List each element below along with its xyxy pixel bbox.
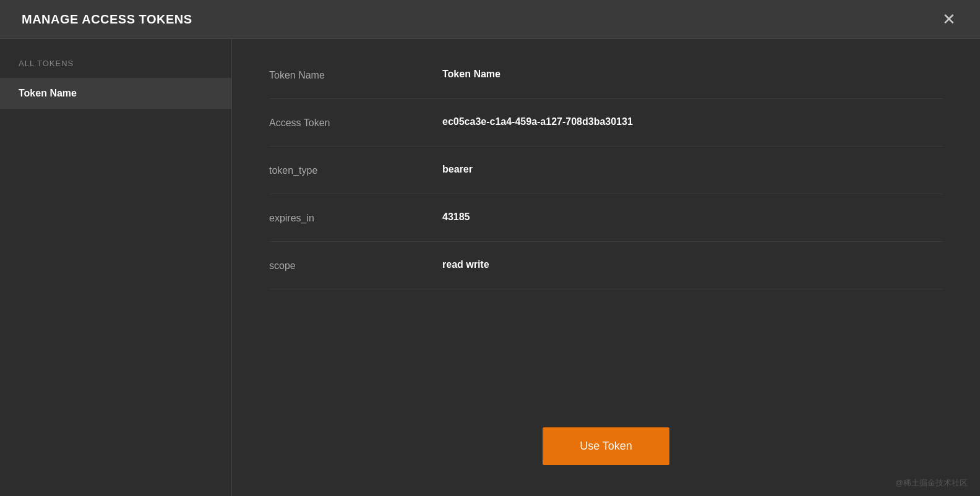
modal-body: ALL TOKENS Token Name Token NameToken Na… (0, 39, 980, 496)
watermark: @稀土掘金技术社区 (895, 477, 968, 489)
detail-value: bearer (442, 164, 473, 175)
detail-value: 43185 (442, 212, 470, 223)
detail-row: expires_in43185 (269, 194, 943, 242)
use-token-area: Use Token (269, 409, 943, 465)
sidebar: ALL TOKENS Token Name (0, 39, 232, 496)
detail-row: Token NameToken Name (269, 51, 943, 99)
detail-row: scoperead write (269, 242, 943, 289)
modal-title: MANAGE ACCESS TOKENS (22, 12, 192, 27)
detail-label: token_type (269, 164, 442, 176)
modal: MANAGE ACCESS TOKENS ✕ ALL TOKENS Token … (0, 0, 980, 496)
sidebar-item-token-name[interactable]: Token Name (0, 78, 231, 109)
detail-value: read write (442, 259, 489, 270)
detail-label: Token Name (269, 69, 442, 81)
detail-label: scope (269, 259, 442, 272)
sidebar-section-label: ALL TOKENS (0, 45, 231, 78)
detail-value: Token Name (442, 69, 501, 80)
modal-header: MANAGE ACCESS TOKENS ✕ (0, 0, 980, 39)
use-token-button[interactable]: Use Token (543, 427, 669, 465)
detail-row: Access Tokenec05ca3e-c1a4-459a-a127-708d… (269, 99, 943, 147)
token-details: Token NameToken NameAccess Tokenec05ca3e… (269, 39, 943, 409)
content-area: Token NameToken NameAccess Tokenec05ca3e… (232, 39, 980, 496)
detail-label: Access Token (269, 116, 442, 129)
close-button[interactable]: ✕ (940, 11, 958, 27)
detail-row: token_typebearer (269, 147, 943, 194)
detail-label: expires_in (269, 212, 442, 224)
detail-value: ec05ca3e-c1a4-459a-a127-708d3ba30131 (442, 116, 633, 127)
